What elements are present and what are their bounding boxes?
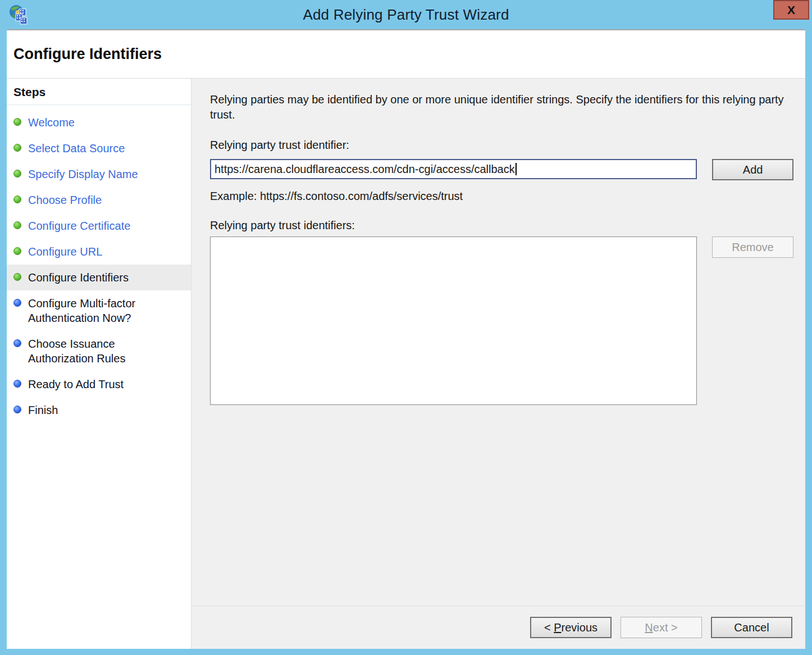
client-area: Configure Identifiers Steps Welcome Sele… (7, 29, 805, 649)
sidebar-step-choose-profile[interactable]: Choose Profile (7, 187, 191, 213)
close-button[interactable]: X (773, 0, 809, 20)
sidebar-step-configure-identifiers[interactable]: Configure Identifiers (7, 265, 191, 290)
sidebar-step-configure-mfa[interactable]: Configure Multi-factor Authentication No… (7, 290, 191, 331)
sidebar-step-configure-url[interactable]: Configure URL (7, 239, 191, 265)
page-header: Configure Identifiers (7, 30, 805, 79)
text-caret (516, 163, 517, 175)
adfs-app-icon (8, 4, 29, 25)
sidebar-step-finish[interactable]: Finish (7, 397, 191, 423)
step-content-panel: Relying parties may be identified by one… (191, 79, 805, 606)
step-status-bullet (13, 144, 21, 152)
sidebar-step-configure-certificate[interactable]: Configure Certificate (7, 213, 191, 239)
identifier-input-value: https://carena.cloudflareaccess.com/cdn-… (215, 163, 515, 176)
step-status-bullet (13, 170, 21, 178)
remove-button[interactable]: Remove (712, 236, 793, 258)
intro-text: Relying parties may be identified by one… (210, 92, 788, 122)
next-button[interactable]: Next > (621, 617, 702, 638)
sidebar-step-select-data-source[interactable]: Select Data Source (7, 135, 191, 161)
sidebar-step-welcome[interactable]: Welcome (7, 110, 191, 135)
sidebar-step-ready-to-add-trust[interactable]: Ready to Add Trust (7, 371, 191, 397)
step-status-bullet (13, 380, 21, 388)
sidebar-step-specify-display-name[interactable]: Specify Display Name (7, 161, 191, 187)
step-status-bullet (13, 221, 21, 229)
add-button[interactable]: Add (712, 159, 793, 180)
wizard-footer: < Previous Next > Cancel (191, 606, 805, 649)
cancel-button[interactable]: Cancel (711, 617, 792, 638)
step-status-bullet (13, 247, 21, 255)
step-status-bullet (13, 406, 21, 413)
step-status-bullet (13, 118, 21, 126)
step-status-bullet (13, 299, 21, 307)
step-status-bullet (13, 273, 21, 281)
identifier-field-label: Relying party trust identifier: (210, 139, 793, 152)
titlebar: Add Relying Party Trust Wizard X (0, 0, 812, 29)
step-status-bullet (13, 195, 21, 203)
identifiers-listbox[interactable] (210, 236, 697, 405)
sidebar-step-choose-issuance-rules[interactable]: Choose Issuance Authorization Rules (7, 331, 191, 371)
step-status-bullet (13, 339, 21, 347)
identifiers-list-label: Relying party trust identifiers: (210, 219, 793, 232)
wizard-window: Add Relying Party Trust Wizard X Configu… (0, 0, 812, 655)
relying-party-identifier-input[interactable]: https://carena.cloudflareaccess.com/cdn-… (210, 159, 697, 179)
steps-sidebar: Steps Welcome Select Data Source Specify… (7, 79, 191, 649)
example-text: Example: https://fs.contoso.com/adfs/ser… (210, 190, 793, 203)
steps-heading: Steps (7, 83, 191, 105)
page-title: Configure Identifiers (13, 46, 162, 63)
previous-button[interactable]: < Previous (530, 617, 612, 638)
window-title: Add Relying Party Trust Wizard (303, 6, 509, 24)
